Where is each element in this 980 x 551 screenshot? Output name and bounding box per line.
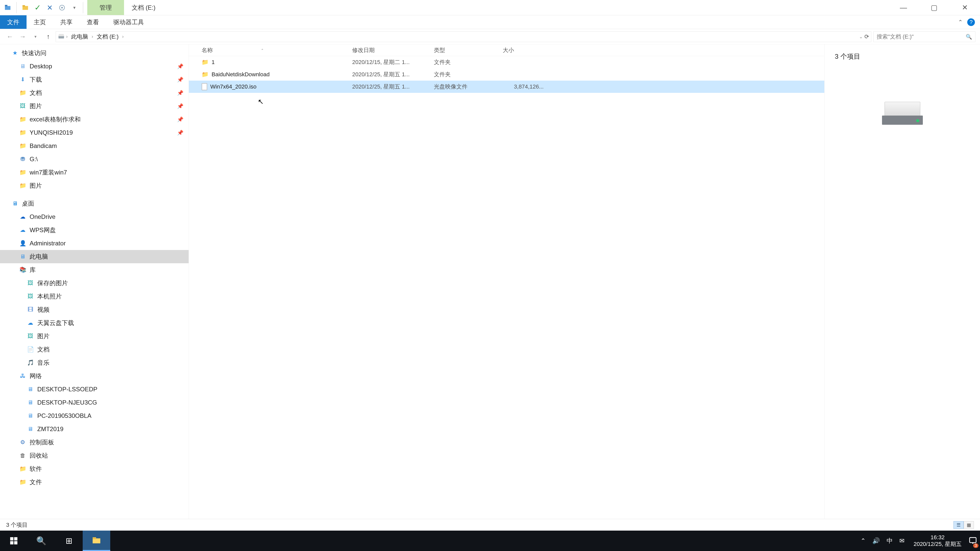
nav-up-button[interactable]: ↑ xyxy=(43,32,54,42)
action-center-button[interactable]: 3 xyxy=(966,530,980,551)
desktop-icon: 🖥 xyxy=(11,200,19,207)
chevron-right-icon[interactable]: › xyxy=(92,34,93,39)
search-icon[interactable]: 🔍 xyxy=(966,34,972,40)
nav-control-panel[interactable]: ⚙控制面板 xyxy=(0,436,189,449)
pc-icon: 🖥 xyxy=(19,253,27,260)
music-icon: 🎵 xyxy=(27,359,34,367)
nav-desktop[interactable]: 🖥桌面 xyxy=(0,197,189,210)
volume-icon[interactable]: 🔊 xyxy=(872,537,880,545)
nav-qa-item[interactable]: ⬇下载📌 xyxy=(0,73,189,86)
chevron-right-icon[interactable]: › xyxy=(66,34,68,39)
nav-net-item[interactable]: 🖥PC-20190530OBLA xyxy=(0,409,189,422)
nav-lib-item[interactable]: ☁天翼云盘下载 xyxy=(0,316,189,330)
qat-gear-icon[interactable] xyxy=(57,3,67,13)
help-icon[interactable]: ? xyxy=(967,18,975,26)
nav-label: 图片 xyxy=(30,102,42,110)
close-button[interactable]: ✕ xyxy=(950,0,980,15)
view-icons-button[interactable]: ▦ xyxy=(964,521,974,529)
taskbar-explorer-button[interactable] xyxy=(83,530,110,551)
nav-label: 音乐 xyxy=(37,359,49,367)
ribbon-tab-view[interactable]: 查看 xyxy=(80,15,106,29)
breadcrumb-bar[interactable]: › 此电脑 › 文档 (E:) › ⌄ ⟳ xyxy=(56,32,871,42)
file-rows[interactable]: 📁12020/12/15, 星期二 1...文件夹📁BaiduNetdiskDo… xyxy=(189,56,824,519)
file-row[interactable]: 📁BaiduNetdiskDownload2020/12/25, 星期五 1..… xyxy=(189,68,824,81)
column-headers[interactable]: 名称 ⌃ 修改日期 类型 大小 xyxy=(189,44,824,56)
nav-this-pc[interactable]: 🖥此电脑 xyxy=(0,250,189,263)
addr-dropdown-icon[interactable]: ⌄ xyxy=(859,34,863,40)
col-header-size[interactable]: 大小 xyxy=(503,46,544,54)
nav-software[interactable]: 📁软件 xyxy=(0,462,189,475)
nav-qa-item[interactable]: 🖥Desktop📌 xyxy=(0,60,189,73)
view-details-button[interactable]: ☰ xyxy=(953,521,964,529)
file-row[interactable]: Win7x64_2020.iso2020/12/25, 星期五 1...光盘映像… xyxy=(189,81,824,93)
separator xyxy=(16,2,17,13)
tab-manage[interactable]: 管理 xyxy=(87,0,124,15)
nav-net-item[interactable]: 🖥DESKTOP-LSSOEDP xyxy=(0,383,189,396)
nav-qa-item[interactable]: ⛃G:\ xyxy=(0,152,189,166)
search-input[interactable] xyxy=(877,33,963,40)
cell-type: 光盘映像文件 xyxy=(434,83,503,91)
ime-indicator[interactable]: 中 xyxy=(886,537,893,545)
nav-wps[interactable]: ☁WPS网盘 xyxy=(0,224,189,237)
nav-network[interactable]: 🖧网络 xyxy=(0,369,189,383)
minimize-button[interactable]: — xyxy=(888,0,919,15)
qat-close-icon[interactable]: × xyxy=(45,3,55,13)
taskbar[interactable]: 🔍 ⊞ ⌃ 🔊 中 ✉ 16:32 2020/12/25, 星期五 3 xyxy=(0,530,980,551)
nav-label: PC-20190530OBLA xyxy=(37,412,91,419)
nav-label: excel表格制作求和 xyxy=(30,115,81,124)
crumb-this-pc[interactable]: 此电脑 xyxy=(69,32,90,42)
image-icon: 🖼 xyxy=(27,279,34,287)
nav-library[interactable]: 📚库 xyxy=(0,263,189,276)
nav-admin[interactable]: 👤Administrator xyxy=(0,237,189,250)
nav-onedrive[interactable]: ☁OneDrive xyxy=(0,210,189,224)
maximize-button[interactable]: ▢ xyxy=(919,0,950,15)
refresh-icon[interactable]: ⟳ xyxy=(864,33,869,40)
task-view-button[interactable]: ⊞ xyxy=(55,530,83,551)
nav-qa-item[interactable]: 📁Bandicam xyxy=(0,139,189,152)
ribbon-tab-home[interactable]: 主页 xyxy=(27,15,53,29)
nav-recent-dropdown[interactable]: ▾ xyxy=(30,32,41,42)
svg-rect-13 xyxy=(93,537,96,539)
nav-qa-item[interactable]: 📁win7重装win7 xyxy=(0,166,189,179)
nav-net-item[interactable]: 🖥ZMT2019 xyxy=(0,422,189,436)
nav-qa-item[interactable]: 📁文档📌 xyxy=(0,86,189,100)
search-box[interactable]: 🔍 xyxy=(873,32,975,42)
taskbar-search-button[interactable]: 🔍 xyxy=(27,530,55,551)
ribbon-tab-share[interactable]: 共享 xyxy=(53,15,80,29)
nav-recycle[interactable]: 🗑回收站 xyxy=(0,449,189,462)
col-header-name[interactable]: 名称 ⌃ xyxy=(202,46,352,54)
nav-forward-button[interactable]: → xyxy=(18,32,28,42)
nav-quick-access[interactable]: ★ 快速访问 xyxy=(0,46,189,60)
nav-lib-item[interactable]: 🖼保存的图片 xyxy=(0,276,189,290)
ribbon-tab-drive-tools[interactable]: 驱动器工具 xyxy=(106,15,151,29)
system-tray[interactable]: ⌃ 🔊 中 ✉ xyxy=(856,537,910,545)
qat-folder-icon[interactable] xyxy=(20,3,30,13)
nav-lib-item[interactable]: 🖼本机照片 xyxy=(0,290,189,303)
crumb-drive[interactable]: 文档 (E:) xyxy=(95,32,121,42)
nav-net-item[interactable]: 🖥DESKTOP-NJEU3CG xyxy=(0,396,189,409)
nav-lib-item[interactable]: 🖼图片 xyxy=(0,330,189,343)
nav-lib-item[interactable]: 🎵音乐 xyxy=(0,356,189,369)
col-header-date[interactable]: 修改日期 xyxy=(352,46,434,54)
qat-check-icon[interactable]: ✓ xyxy=(32,3,43,13)
chevron-right-icon[interactable]: › xyxy=(122,34,124,39)
file-row[interactable]: 📁12020/12/15, 星期二 1...文件夹 xyxy=(189,56,824,68)
nav-qa-item[interactable]: 🖼图片📌 xyxy=(0,100,189,113)
tray-app-icon[interactable]: ✉ xyxy=(899,537,904,545)
nav-back-button[interactable]: ← xyxy=(5,32,15,42)
ribbon-tab-file[interactable]: 文件 xyxy=(0,15,27,29)
ribbon-collapse-icon[interactable]: ⌃ xyxy=(958,19,963,25)
navigation-pane[interactable]: ★ 快速访问 🖥Desktop📌 ⬇下载📌 📁文档📌 🖼图片📌 📁excel表格… xyxy=(0,44,189,519)
start-button[interactable] xyxy=(0,530,27,551)
nav-qa-item[interactable]: 📁图片 xyxy=(0,179,189,192)
taskbar-clock[interactable]: 16:32 2020/12/25, 星期五 xyxy=(910,534,966,548)
nav-lib-item[interactable]: 🎞视频 xyxy=(0,303,189,316)
nav-qa-item[interactable]: 📁excel表格制作求和📌 xyxy=(0,113,189,126)
nav-lib-item[interactable]: 📄文档 xyxy=(0,343,189,356)
tray-overflow-icon[interactable]: ⌃ xyxy=(861,537,865,545)
qat-dropdown-icon[interactable]: ▾ xyxy=(69,3,80,13)
nav-docs[interactable]: 📁文件 xyxy=(0,475,189,489)
nav-qa-item[interactable]: 📁YUNQISHI2019📌 xyxy=(0,126,189,139)
download-icon: ⬇ xyxy=(19,76,27,83)
col-header-type[interactable]: 类型 xyxy=(434,46,503,54)
